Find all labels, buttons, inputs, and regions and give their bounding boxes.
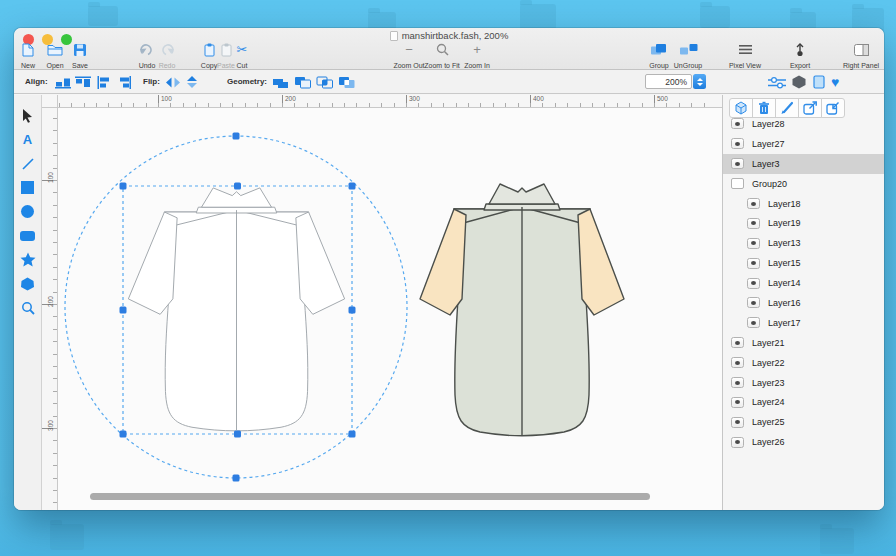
share-out-icon [803, 101, 818, 115]
visibility-toggle-eye-icon[interactable] [747, 297, 760, 308]
zoom-stepper[interactable] [693, 74, 706, 89]
heart-icon[interactable]: ♥ [831, 75, 839, 89]
star-tool[interactable] [17, 249, 39, 270]
zoom-in-icon: + [473, 42, 481, 57]
rounded-rectangle-tool[interactable] [17, 225, 39, 246]
visibility-toggle-eye-icon[interactable] [747, 278, 760, 289]
layer-row[interactable]: Layer26 [723, 432, 884, 452]
line-tool[interactable] [17, 153, 39, 174]
pixel-view-icon [739, 42, 752, 57]
open-button[interactable]: Open [41, 42, 69, 69]
layer-row[interactable]: Layer25 [723, 412, 884, 432]
layer-row[interactable]: Layer15 [723, 253, 884, 273]
desktop-folder-icon [50, 524, 84, 550]
align-right-icon[interactable] [118, 75, 132, 89]
visibility-toggle-eye-icon[interactable] [731, 377, 744, 388]
visibility-toggle-eye-icon[interactable] [731, 397, 744, 408]
pointer-tool[interactable] [17, 105, 39, 126]
layer-row[interactable]: Layer23 [723, 373, 884, 393]
ruler-label: 500 [657, 95, 668, 102]
geometry-subtract-icon[interactable] [294, 75, 312, 89]
layer-row[interactable]: Layer24 [723, 392, 884, 412]
layer-name: Layer26 [752, 437, 785, 447]
selection-overlay [58, 108, 722, 510]
layer-row[interactable]: Layer18 [723, 194, 884, 214]
layer-name: Layer14 [768, 278, 801, 288]
flip-vertical-icon[interactable] [185, 75, 199, 89]
visibility-toggle-eye-icon[interactable] [731, 417, 744, 428]
save-button[interactable]: Save [66, 42, 94, 69]
polygon-tool[interactable] [17, 273, 39, 294]
zoom-to-fit-icon [436, 42, 449, 57]
ruler-label: 100 [161, 95, 172, 102]
layer-row[interactable]: Layer27 [723, 134, 884, 154]
redo-button[interactable]: Redo [152, 42, 182, 69]
document-proxy-icon [390, 31, 398, 41]
layer-name: Layer17 [768, 318, 801, 328]
ruler-corner [42, 95, 58, 108]
align-bottom-icon[interactable] [55, 75, 72, 89]
visibility-toggle-eye-icon[interactable] [731, 158, 744, 169]
layer-name: Layer3 [752, 159, 780, 169]
layer-row[interactable]: Layer19 [723, 213, 884, 233]
visibility-toggle-eye-icon[interactable] [731, 178, 744, 189]
visibility-toggle-eye-icon[interactable] [731, 337, 744, 348]
document-icon[interactable] [813, 75, 825, 89]
export-button[interactable]: Export [785, 42, 815, 69]
zoom-tool[interactable] [17, 297, 39, 318]
desktop-folder-icon [88, 6, 118, 26]
layer-row[interactable]: Layer28 [723, 114, 884, 134]
visibility-toggle-eye-icon[interactable] [747, 258, 760, 269]
geometry-label: Geometry: [227, 77, 267, 86]
cut-button[interactable]: ✂ Cut [230, 42, 254, 69]
rectangle-tool[interactable] [17, 177, 39, 198]
visibility-toggle-eye-icon[interactable] [731, 118, 744, 129]
flip-horizontal-icon[interactable] [165, 75, 181, 89]
layer-row[interactable]: Group20 [723, 174, 884, 194]
selection-bounding-box[interactable] [123, 186, 352, 434]
layer-row[interactable]: Layer3 [723, 154, 884, 174]
visibility-toggle-eye-icon[interactable] [747, 317, 760, 328]
flip-label: Flip: [143, 77, 160, 86]
layer-row[interactable]: Layer14 [723, 273, 884, 293]
layer-list: Layer28 Layer27 Layer3 Group20 Layer18 L… [723, 114, 884, 452]
sliders-icon[interactable] [767, 75, 787, 89]
layer-name: Layer28 [752, 119, 785, 129]
desktop-folder-icon [820, 528, 854, 554]
text-tool[interactable]: A [17, 129, 39, 150]
selection-handles[interactable] [120, 133, 356, 482]
right-panel-icon [854, 42, 869, 57]
zoom-to-fit-button[interactable]: Zoom to Fit [419, 42, 465, 69]
geometry-union-icon[interactable] [272, 75, 290, 89]
layer-row[interactable]: Layer13 [723, 233, 884, 253]
visibility-toggle-eye-icon[interactable] [747, 238, 760, 249]
hexagon-icon[interactable] [791, 75, 807, 89]
vertical-ruler: 100200300 [42, 108, 58, 510]
visibility-toggle-eye-icon[interactable] [731, 138, 744, 149]
pencil-icon [780, 101, 794, 115]
zoom-level-field[interactable]: 200% [645, 74, 692, 89]
new-button[interactable]: New [15, 42, 41, 69]
pixel-view-button[interactable]: Pixel View [725, 42, 765, 69]
visibility-toggle-eye-icon[interactable] [731, 437, 744, 448]
horizontal-scrollbar[interactable] [90, 493, 650, 500]
canvas[interactable] [58, 108, 722, 510]
ungroup-button[interactable]: UnGroup [669, 42, 707, 69]
visibility-toggle-eye-icon[interactable] [747, 198, 760, 209]
right-panel-button[interactable]: Right Panel [839, 42, 883, 69]
layer-row[interactable]: Layer17 [723, 313, 884, 333]
zoom-in-button[interactable]: + Zoom In [462, 42, 492, 69]
align-left-icon[interactable] [97, 75, 111, 89]
ellipse-tool[interactable] [17, 201, 39, 222]
layers-cube-icon [733, 101, 749, 115]
geometry-exclude-icon[interactable] [338, 75, 356, 89]
visibility-toggle-eye-icon[interactable] [747, 218, 760, 229]
window-title: manshirtback.fash, 200% [14, 30, 884, 41]
geometry-intersect-icon[interactable] [316, 75, 334, 89]
layer-row[interactable]: Layer21 [723, 333, 884, 353]
visibility-toggle-eye-icon[interactable] [731, 357, 744, 368]
layer-row[interactable]: Layer16 [723, 293, 884, 313]
layer-row[interactable]: Layer22 [723, 353, 884, 373]
layer-name: Layer27 [752, 139, 785, 149]
align-top-icon[interactable] [75, 75, 92, 89]
